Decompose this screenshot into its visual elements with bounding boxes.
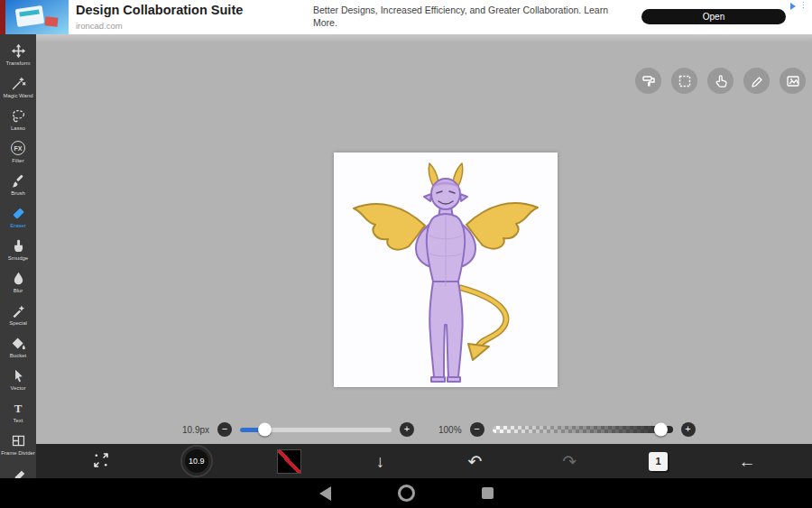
collapse-panel-button[interactable]: ↓ xyxy=(365,453,396,470)
plus-icon: + xyxy=(685,423,690,434)
vector-icon xyxy=(11,368,26,383)
android-recents-button[interactable] xyxy=(482,487,494,499)
tool-label: Bucket xyxy=(10,353,26,358)
hand-gesture-icon xyxy=(714,74,728,88)
brush-size-label: 10.9px xyxy=(182,425,209,435)
brush-icon xyxy=(11,173,26,189)
canvas-tool-buttons xyxy=(635,68,806,94)
select-marquee-icon xyxy=(678,74,692,88)
back-button[interactable]: ← xyxy=(732,453,762,470)
tool-label: Text xyxy=(13,418,23,423)
eraser-icon xyxy=(11,206,26,221)
tool-label: Eraser xyxy=(10,223,26,228)
ad-title[interactable]: Design Collaboration Suite xyxy=(76,3,243,18)
tool-label: Lasso xyxy=(11,125,25,131)
adchoices-icon xyxy=(789,2,798,11)
pencil-tool-button[interactable] xyxy=(743,68,770,94)
plus-icon: + xyxy=(404,423,410,434)
tool-smudge[interactable]: Smudge xyxy=(0,233,36,265)
opacity-increase-button[interactable]: + xyxy=(681,422,696,437)
android-nav-bar xyxy=(0,478,812,508)
tool-label: Frame Divider xyxy=(1,450,35,456)
demon-character-drawing xyxy=(334,152,558,387)
brush-size-increase-button[interactable]: + xyxy=(400,422,414,437)
select-marquee-button[interactable] xyxy=(671,68,697,94)
tool-label: Transform xyxy=(5,60,30,66)
adchoices-dots-icon: ⋮ xyxy=(799,2,807,9)
canvas-paper[interactable] xyxy=(334,152,558,387)
redo-button[interactable]: ↷ xyxy=(554,453,585,470)
lasso-icon xyxy=(11,108,26,124)
tool-label: Special xyxy=(9,320,27,326)
tool-magic-wand[interactable]: Magic Wand xyxy=(0,70,36,103)
layer-number: 1 xyxy=(656,456,661,466)
undo-button[interactable]: ↶ xyxy=(459,453,490,470)
back-arrow-icon: ← xyxy=(738,452,755,471)
tool-label: Vector xyxy=(10,385,25,391)
hand-gesture-button[interactable] xyxy=(707,68,734,94)
android-home-button[interactable] xyxy=(398,485,415,502)
filter-fx-icon: FX xyxy=(11,141,25,156)
brush-size-slider[interactable] xyxy=(240,428,392,432)
bottom-toolbar: 10.9 ↓ ↶ ↷ 1 ← xyxy=(36,444,812,478)
tool-lasso[interactable]: Lasso xyxy=(0,103,36,135)
special-icon xyxy=(11,303,26,319)
brush-size-decrease-button[interactable]: − xyxy=(217,422,232,437)
magic-wand-icon xyxy=(11,76,26,91)
ad-open-button[interactable]: Open xyxy=(641,9,786,24)
tool-transform[interactable]: Transform xyxy=(0,38,36,70)
redo-icon: ↷ xyxy=(562,452,577,471)
tool-pen-partial[interactable] xyxy=(0,460,36,478)
tool-filter[interactable]: FX Filter xyxy=(0,135,36,168)
opacity-decrease-button[interactable]: − xyxy=(470,422,484,437)
ad-body-text[interactable]: Better Designs, Increased Efficiency, an… xyxy=(313,4,631,29)
minus-icon: − xyxy=(222,423,227,434)
android-back-button[interactable] xyxy=(319,486,331,501)
brush-size-slider-group: 10.9px − + xyxy=(182,422,414,437)
image-material-button[interactable] xyxy=(780,68,806,94)
opacity-slider[interactable] xyxy=(493,426,673,433)
undo-icon: ↶ xyxy=(467,452,482,471)
tool-label: Blur xyxy=(14,288,23,293)
ad-banner: Design Collaboration Suite ironcad.com B… xyxy=(0,0,812,35)
tool-bucket[interactable]: Bucket xyxy=(0,330,36,363)
tool-vector[interactable]: Vector xyxy=(0,363,36,395)
transform-adjust-icon xyxy=(92,451,110,469)
down-arrow-icon: ↓ xyxy=(376,452,385,471)
opacity-slider-group: 100% − + xyxy=(438,422,696,437)
tool-text[interactable]: T Text xyxy=(0,395,36,428)
tool-blur[interactable]: Blur xyxy=(0,265,36,298)
opacity-label: 100% xyxy=(438,425,462,435)
layers-button[interactable]: 1 xyxy=(649,452,668,471)
transform-icon xyxy=(11,43,26,59)
transform-adjust-button[interactable] xyxy=(86,451,116,472)
minus-icon: − xyxy=(474,423,479,434)
blur-icon xyxy=(11,271,26,286)
tool-label: Smudge xyxy=(8,255,28,261)
adchoices[interactable]: ⋮ xyxy=(789,2,807,11)
ad-thumbnail[interactable] xyxy=(5,0,69,34)
brush-size-knob[interactable] xyxy=(258,423,272,437)
tool-label: Brush xyxy=(11,190,25,196)
text-icon: T xyxy=(14,401,23,416)
tool-special[interactable]: Special xyxy=(0,298,36,330)
tool-frame-divider[interactable]: Frame Divider xyxy=(0,428,36,460)
frame-divider-icon xyxy=(11,433,26,448)
opacity-knob[interactable] xyxy=(654,423,668,437)
color-swatch[interactable] xyxy=(277,449,301,474)
brush-size-preview[interactable]: 10.9 xyxy=(180,445,213,477)
tool-brush[interactable]: Brush xyxy=(0,168,36,200)
tool-label: Magic Wand xyxy=(3,93,32,98)
image-material-icon xyxy=(786,74,800,88)
bucket-icon xyxy=(11,336,26,351)
tool-sidebar: Transform Magic Wand Lasso FX Filter Bru… xyxy=(0,34,36,478)
tool-eraser[interactable]: Eraser xyxy=(0,200,36,233)
ad-thumbnail-image xyxy=(5,0,69,34)
canvas-area[interactable]: 10.9px − + 100% − + xyxy=(36,34,812,444)
pen-icon xyxy=(11,469,26,479)
roller-tool-button[interactable] xyxy=(635,68,661,94)
ad-domain: ironcad.com xyxy=(76,21,243,31)
roller-icon xyxy=(641,74,656,88)
tool-label: Filter xyxy=(12,158,23,163)
brush-size-value: 10.9 xyxy=(189,457,205,466)
